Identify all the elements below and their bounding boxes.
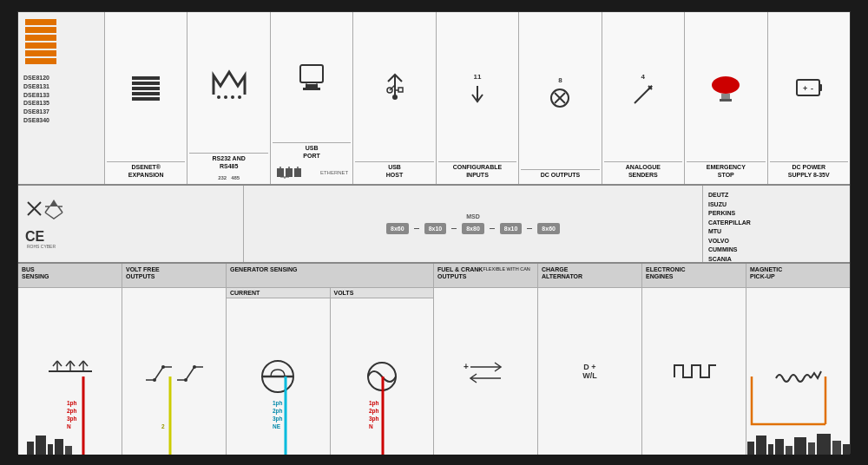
svg-rect-15 — [300, 65, 323, 82]
cell-gen-sensing: GENERATOR SENSING CURRENT — [227, 264, 434, 455]
fuel-crank-header: FUEL & CRANKOUTPUTSFLEXIBLE WITH CAN — [434, 264, 537, 288]
brand-perkins: PERKINS — [708, 209, 845, 219]
svg-rect-21 — [286, 168, 293, 177]
brand-cummins: CUMMINS — [708, 246, 845, 255]
svg-rect-3 — [25, 43, 56, 49]
svg-text:CE: CE — [25, 229, 45, 244]
svg-rect-4 — [25, 50, 56, 56]
model-dse8135: DSE8135 — [23, 99, 99, 108]
emergency-stop-icon — [709, 75, 742, 102]
magnetic-pickup-header: MAGNETICPICK-UP — [746, 264, 850, 288]
svg-rect-17 — [303, 88, 320, 90]
current-body — [227, 298, 330, 455]
modem-icon — [212, 69, 247, 100]
dsenet-label: DSENET®EXPANSION — [107, 161, 185, 180]
fuel-crank-body: + — [434, 288, 537, 455]
engine-brands: DEUTZ ISUZU PERKINS CATERPILLAR MTU VOLV… — [702, 186, 850, 262]
dc-outputs-label: DC OUTPUTS — [521, 169, 599, 180]
svg-rect-8 — [132, 87, 160, 90]
dc-outputs-count: 8 — [558, 76, 562, 84]
svg-point-65 — [153, 378, 156, 382]
bottom-section: BUSSENSING — [18, 264, 850, 455]
msd-label: MSD — [466, 213, 480, 219]
svg-point-33 — [392, 95, 398, 100]
cell-bus-sensing: BUSSENSING — [18, 264, 122, 455]
svg-rect-20 — [277, 168, 284, 177]
usb-port-ethernet: ETHERNET — [275, 165, 348, 180]
svg-rect-0 — [25, 19, 56, 25]
transformer-icon — [259, 357, 297, 396]
svg-rect-45 — [819, 84, 822, 91]
x-circle-icon — [549, 88, 570, 108]
model-dse8340: DSE8340 — [23, 116, 99, 125]
volt-free-body — [122, 288, 226, 455]
model-dse8133: DSE8133 — [23, 91, 99, 100]
cell-volt-free: VOLT FREEOUTPUTS — [122, 264, 227, 455]
cell-magnetic-pickup: MAGNETICPICK-UP — [746, 264, 850, 455]
cell-dc-outputs: 8 DC OUTPUTS — [519, 12, 602, 184]
svg-point-41 — [712, 76, 740, 94]
svg-point-66 — [161, 365, 165, 369]
volt-free-header: VOLT FREEOUTPUTS — [122, 264, 226, 288]
cell-emergency: EMERGENCYSTOP — [685, 12, 767, 184]
svg-text:+: + — [464, 362, 469, 371]
svg-rect-5 — [25, 58, 56, 64]
top-icon-cells: DSENET®EXPANSION RS232 ANDRS485 — [105, 12, 850, 184]
msd-box-1: 8x60 — [386, 223, 409, 234]
model-list-col: DSE8120 DSE8131 DSE8133 DSE8135 DSE8137 … — [18, 12, 105, 184]
electronic-engines-body — [642, 288, 746, 455]
svg-rect-30 — [398, 88, 403, 92]
emergency-label: EMERGENCYSTOP — [687, 161, 765, 180]
cell-electronic-engines: ELECTRONICENGINES — [642, 264, 746, 455]
square-wave-icon — [673, 358, 716, 384]
svg-point-71 — [193, 365, 196, 369]
pickup-icon — [774, 354, 822, 389]
config-inputs-label: CONFIGURABLEINPUTS — [438, 161, 516, 180]
svg-rect-22 — [294, 168, 301, 177]
svg-text:ROHS CYBER: ROHS CYBER — [27, 244, 56, 249]
middle-center: MSD 8x60 8x10 8x80 8x10 8x60 — [244, 186, 702, 262]
svg-rect-44 — [797, 80, 819, 95]
cell-dsenet: DSENET®EXPANSION — [105, 12, 187, 184]
charge-alternator-header: CHARGEALTERNATOR — [538, 264, 641, 288]
dsenet-bars-icon — [23, 17, 58, 65]
svg-text:+: + — [803, 84, 807, 93]
cell-dc-power: + - DC POWERSUPPLY 8-35V — [768, 12, 850, 184]
cell-usb-host: USBHOST — [353, 12, 436, 184]
msd-box-5: 8x60 — [537, 223, 560, 234]
svg-point-70 — [184, 378, 187, 382]
config-count: 11 — [474, 73, 482, 81]
middle-left: CE ROHS CYBER — [18, 186, 244, 262]
gen-sub-current: CURRENT — [227, 288, 331, 455]
svg-text:-: - — [811, 84, 813, 93]
pc-icon — [299, 63, 325, 95]
certification-icon: CE ROHS CYBER — [23, 198, 76, 250]
volts-body — [331, 298, 434, 455]
rs232-label: RS232 ANDRS485 — [189, 153, 267, 172]
svg-point-14 — [238, 95, 241, 99]
cell-rs232: RS232 ANDRS485 232 485 — [187, 12, 270, 184]
msd-box-3: 8x80 — [462, 223, 484, 234]
cell-usb-port: USBPORT ETHERNET — [271, 12, 353, 184]
svg-point-13 — [231, 95, 234, 99]
magnetic-pickup-body — [746, 288, 850, 455]
svg-rect-9 — [132, 92, 160, 95]
bottom-cells: BUSSENSING — [18, 264, 850, 455]
top-section: DSE8120 DSE8131 DSE8133 DSE8135 DSE8137 … — [18, 12, 850, 186]
brand-scania: SCANIA — [708, 255, 845, 265]
svg-rect-2 — [25, 35, 56, 41]
svg-rect-6 — [132, 76, 160, 80]
bus-sensing-header: BUSSENSING — [18, 264, 122, 288]
brand-deutz: DEUTZ — [708, 191, 845, 200]
brand-volvo: VOLVO — [708, 237, 845, 246]
msd-boxes: 8x60 8x10 8x80 8x10 8x60 — [386, 223, 560, 234]
svg-rect-1 — [25, 27, 56, 33]
analogue-count: 4 — [641, 73, 645, 81]
relay-icon — [144, 354, 205, 389]
gen-sub-volts: VOLTS — [331, 288, 434, 455]
rs232-sub: 232 485 — [218, 175, 240, 180]
svg-rect-43 — [720, 99, 732, 102]
volts-header: VOLTS — [331, 288, 434, 298]
svg-line-68 — [186, 367, 194, 380]
arrow-down-icon — [470, 84, 485, 105]
